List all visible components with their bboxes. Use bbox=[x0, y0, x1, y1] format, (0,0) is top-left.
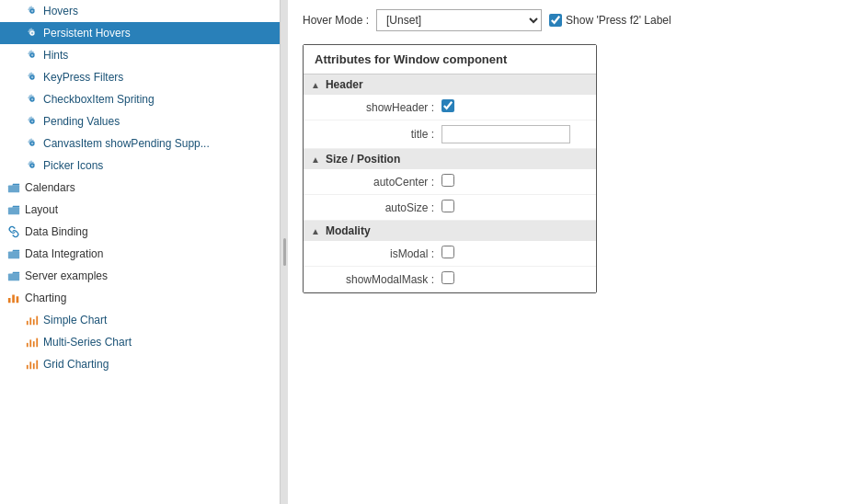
pending-values-icon bbox=[26, 115, 39, 128]
collapse-icon-header: ▲ bbox=[311, 80, 320, 90]
svg-rect-9 bbox=[33, 319, 35, 325]
data-binding-icon bbox=[7, 225, 20, 238]
sidebar-item-hovers[interactable]: Hovers bbox=[0, 0, 280, 22]
layout-label: Layout bbox=[25, 203, 58, 216]
canvasitem-showpending-label: CanvasItem showPending Supp... bbox=[43, 137, 210, 150]
attr-label-showModalMask: showModalMask : bbox=[315, 273, 434, 286]
show-press-f2-checkbox[interactable] bbox=[549, 14, 562, 27]
data-binding-label: Data Binding bbox=[25, 225, 88, 238]
checkboxitem-spriting-label: CheckboxItem Spriting bbox=[43, 93, 155, 106]
section-header-modality[interactable]: ▲ Modality bbox=[304, 221, 596, 241]
attr-value-title bbox=[441, 125, 585, 143]
sidebar-item-hints[interactable]: Hints bbox=[0, 44, 280, 66]
section-header-header[interactable]: ▲ Header bbox=[304, 74, 596, 95]
section-label-modality: Modality bbox=[326, 224, 371, 237]
sidebar-item-grid-charting[interactable]: Grid Charting bbox=[0, 353, 280, 375]
svg-rect-0 bbox=[8, 185, 19, 192]
sidebar-item-server-examples[interactable]: Server examples bbox=[0, 265, 280, 287]
svg-rect-5 bbox=[12, 295, 15, 304]
show-press-f2-text: Show 'Press f2' Label bbox=[566, 14, 671, 27]
server-examples-icon bbox=[7, 269, 20, 282]
pending-values-label: Pending Values bbox=[43, 115, 120, 128]
sidebar-item-pending-values[interactable]: Pending Values bbox=[0, 110, 280, 132]
attr-checkbox-autoSize[interactable] bbox=[441, 200, 454, 212]
sidebar: Hovers Persistent Hovers Hints KeyPress … bbox=[0, 0, 281, 504]
sidebar-item-canvasitem-showpending[interactable]: CanvasItem showPending Supp... bbox=[0, 132, 280, 155]
svg-rect-11 bbox=[27, 343, 29, 347]
canvasitem-showpending-icon bbox=[26, 137, 39, 150]
sidebar-item-layout[interactable]: Layout bbox=[0, 199, 280, 221]
attributes-panel-title: Attributes for Window component bbox=[304, 45, 596, 74]
keypress-filters-label: KeyPress Filters bbox=[43, 71, 123, 84]
server-examples-label: Server examples bbox=[25, 269, 108, 282]
sidebar-item-checkboxitem-spriting[interactable]: CheckboxItem Spriting bbox=[0, 88, 280, 110]
svg-rect-8 bbox=[29, 317, 31, 325]
charting-label: Charting bbox=[25, 292, 66, 304]
attr-value-showHeader bbox=[441, 99, 585, 115]
hints-icon bbox=[26, 49, 39, 62]
grid-charting-label: Grid Charting bbox=[43, 358, 109, 371]
sidebar-item-calendars[interactable]: Calendars bbox=[0, 177, 280, 199]
svg-rect-7 bbox=[27, 321, 29, 325]
picker-icons-label: Picker Icons bbox=[43, 159, 103, 172]
attr-row-showHeader: showHeader : bbox=[304, 95, 596, 120]
attr-value-isModal bbox=[441, 246, 585, 261]
svg-rect-1 bbox=[8, 207, 19, 214]
hovers-icon bbox=[26, 5, 39, 17]
attr-label-autoCenter: autoCenter : bbox=[315, 176, 434, 189]
calendars-label: Calendars bbox=[25, 181, 75, 194]
attr-label-isModal: isModal : bbox=[315, 247, 434, 260]
data-integration-label: Data Integration bbox=[25, 247, 103, 260]
simple-chart-icon bbox=[26, 314, 39, 326]
attributes-panel: Attributes for Window component ▲ Header… bbox=[303, 44, 597, 293]
svg-rect-16 bbox=[29, 361, 31, 369]
sidebar-item-data-integration[interactable]: Data Integration bbox=[0, 243, 280, 265]
svg-rect-3 bbox=[8, 273, 19, 281]
svg-rect-15 bbox=[27, 365, 29, 369]
hover-mode-select[interactable]: [Unset] bbox=[376, 9, 542, 31]
charting-icon bbox=[7, 292, 20, 304]
attr-row-showModalMask: showModalMask : bbox=[304, 267, 596, 292]
collapse-icon-modality: ▲ bbox=[311, 226, 320, 236]
attr-checkbox-autoCenter[interactable] bbox=[441, 174, 454, 187]
layout-icon bbox=[7, 203, 20, 216]
svg-rect-18 bbox=[36, 361, 38, 370]
attr-checkbox-showHeader[interactable] bbox=[441, 99, 454, 112]
sidebar-item-data-binding[interactable]: Data Binding bbox=[0, 221, 280, 243]
drag-handle[interactable] bbox=[281, 0, 288, 504]
svg-rect-13 bbox=[33, 341, 35, 347]
attr-value-autoCenter bbox=[441, 174, 585, 189]
sidebar-item-multi-series-chart[interactable]: Multi-Series Chart bbox=[0, 331, 280, 353]
sidebar-item-simple-chart[interactable]: Simple Chart bbox=[0, 309, 280, 331]
attr-checkbox-isModal[interactable] bbox=[441, 246, 454, 258]
svg-rect-4 bbox=[8, 298, 11, 303]
grid-charting-icon bbox=[26, 358, 39, 371]
top-bar: Hover Mode : [Unset] Show 'Press f2' Lab… bbox=[303, 9, 845, 31]
attr-checkbox-showModalMask[interactable] bbox=[441, 271, 454, 284]
attr-input-title[interactable] bbox=[441, 125, 570, 143]
attr-label-autoSize: autoSize : bbox=[315, 201, 434, 214]
simple-chart-label: Simple Chart bbox=[43, 314, 107, 326]
attr-label-showHeader: showHeader : bbox=[315, 101, 434, 114]
svg-rect-10 bbox=[36, 316, 38, 326]
show-press-f2-label[interactable]: Show 'Press f2' Label bbox=[549, 14, 671, 27]
svg-rect-12 bbox=[29, 339, 31, 347]
collapse-icon-size-position: ▲ bbox=[311, 155, 320, 165]
attr-label-title: title : bbox=[315, 128, 434, 141]
svg-rect-17 bbox=[33, 363, 35, 369]
section-header-size-position[interactable]: ▲ Size / Position bbox=[304, 149, 596, 169]
sidebar-item-picker-icons[interactable]: Picker Icons bbox=[0, 155, 280, 177]
attr-value-autoSize bbox=[441, 200, 585, 215]
multi-series-chart-label: Multi-Series Chart bbox=[43, 336, 132, 349]
main-content: Hover Mode : [Unset] Show 'Press f2' Lab… bbox=[288, 0, 860, 504]
hover-mode-label: Hover Mode : bbox=[303, 14, 369, 27]
persistent-hovers-label: Persistent Hovers bbox=[43, 27, 131, 40]
sidebar-item-keypress-filters[interactable]: KeyPress Filters bbox=[0, 66, 280, 88]
sidebar-item-charting[interactable]: Charting bbox=[0, 287, 280, 309]
hovers-label: Hovers bbox=[43, 5, 78, 17]
sidebar-item-persistent-hovers[interactable]: Persistent Hovers bbox=[0, 22, 280, 44]
attr-row-title: title : bbox=[304, 120, 596, 149]
attr-row-autoSize: autoSize : bbox=[304, 195, 596, 221]
section-label-header: Header bbox=[326, 78, 363, 91]
picker-icons-icon bbox=[26, 159, 39, 172]
